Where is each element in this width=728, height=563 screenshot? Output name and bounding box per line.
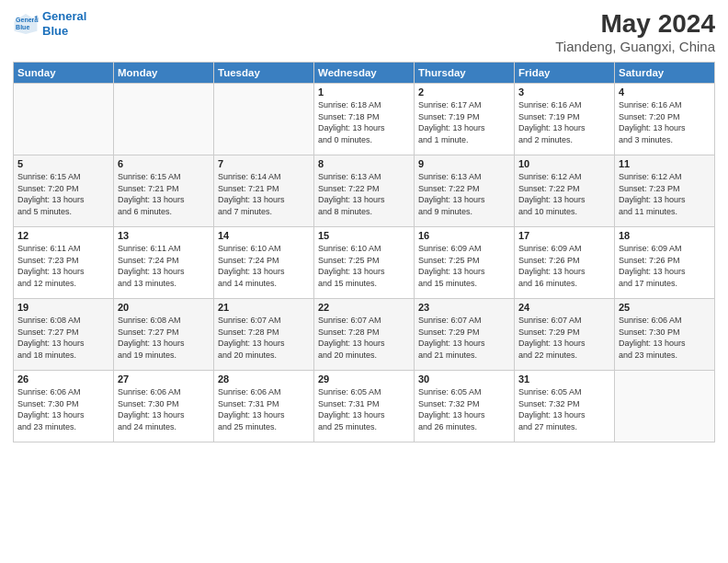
day-number: 19: [17, 302, 109, 313]
calendar-cell: 17Sunrise: 6:09 AM Sunset: 7:26 PM Dayli…: [515, 227, 615, 299]
calendar-cell: 20Sunrise: 6:08 AM Sunset: 7:27 PM Dayli…: [114, 299, 214, 371]
calendar-cell: 19Sunrise: 6:08 AM Sunset: 7:27 PM Dayli…: [14, 299, 114, 371]
calendar-cell: [214, 84, 314, 155]
calendar-cell: 10Sunrise: 6:12 AM Sunset: 7:22 PM Dayli…: [515, 155, 615, 227]
day-number: 3: [518, 86, 610, 98]
day-number: 8: [318, 158, 410, 169]
calendar-cell: [14, 84, 114, 155]
day-detail: Sunrise: 6:13 AM Sunset: 7:22 PM Dayligh…: [318, 172, 385, 216]
day-detail: Sunrise: 6:13 AM Sunset: 7:22 PM Dayligh…: [418, 172, 485, 216]
day-detail: Sunrise: 6:09 AM Sunset: 7:25 PM Dayligh…: [418, 244, 485, 288]
calendar-cell: 16Sunrise: 6:09 AM Sunset: 7:25 PM Dayli…: [415, 227, 515, 299]
calendar-cell: 5Sunrise: 6:15 AM Sunset: 7:20 PM Daylig…: [14, 155, 114, 227]
calendar-week-5: 26Sunrise: 6:06 AM Sunset: 7:30 PM Dayli…: [14, 371, 715, 442]
calendar-week-3: 12Sunrise: 6:11 AM Sunset: 7:23 PM Dayli…: [14, 227, 715, 299]
day-detail: Sunrise: 6:10 AM Sunset: 7:24 PM Dayligh…: [218, 244, 285, 288]
day-number: 11: [619, 158, 711, 169]
day-number: 24: [518, 302, 610, 313]
day-detail: Sunrise: 6:05 AM Sunset: 7:32 PM Dayligh…: [518, 387, 586, 431]
day-detail: Sunrise: 6:12 AM Sunset: 7:23 PM Dayligh…: [619, 172, 686, 216]
day-number: 23: [418, 302, 510, 313]
calendar-cell: 30Sunrise: 6:05 AM Sunset: 7:32 PM Dayli…: [415, 371, 515, 442]
day-detail: Sunrise: 6:15 AM Sunset: 7:20 PM Dayligh…: [17, 172, 85, 216]
calendar-cell: 29Sunrise: 6:05 AM Sunset: 7:31 PM Dayli…: [314, 371, 415, 442]
day-number: 25: [619, 302, 711, 313]
day-number: 27: [118, 373, 210, 385]
calendar-week-1: 1Sunrise: 6:18 AM Sunset: 7:18 PM Daylig…: [14, 84, 715, 155]
calendar-cell: 6Sunrise: 6:15 AM Sunset: 7:21 PM Daylig…: [114, 155, 214, 227]
day-detail: Sunrise: 6:16 AM Sunset: 7:20 PM Dayligh…: [619, 100, 686, 144]
day-detail: Sunrise: 6:08 AM Sunset: 7:27 PM Dayligh…: [118, 316, 185, 360]
day-detail: Sunrise: 6:18 AM Sunset: 7:18 PM Dayligh…: [318, 100, 385, 144]
day-detail: Sunrise: 6:11 AM Sunset: 7:24 PM Dayligh…: [118, 244, 185, 288]
calendar-header-row: SundayMondayTuesdayWednesdayThursdayFrid…: [14, 63, 715, 84]
calendar-cell: 28Sunrise: 6:06 AM Sunset: 7:31 PM Dayli…: [214, 371, 314, 442]
calendar-cell: 26Sunrise: 6:06 AM Sunset: 7:30 PM Dayli…: [14, 371, 114, 442]
day-number: 13: [118, 230, 210, 241]
day-detail: Sunrise: 6:15 AM Sunset: 7:21 PM Dayligh…: [118, 172, 185, 216]
day-number: 1: [318, 86, 410, 98]
day-number: 31: [518, 373, 610, 385]
day-detail: Sunrise: 6:09 AM Sunset: 7:26 PM Dayligh…: [518, 244, 586, 288]
day-detail: Sunrise: 6:11 AM Sunset: 7:23 PM Dayligh…: [17, 244, 85, 288]
location: Tiandeng, Guangxi, China: [555, 39, 715, 54]
day-number: 7: [218, 158, 310, 169]
calendar-cell: 15Sunrise: 6:10 AM Sunset: 7:25 PM Dayli…: [314, 227, 415, 299]
day-number: 28: [218, 373, 310, 385]
day-number: 15: [318, 230, 410, 241]
calendar-cell: 22Sunrise: 6:07 AM Sunset: 7:28 PM Dayli…: [314, 299, 415, 371]
day-header-wednesday: Wednesday: [314, 63, 415, 84]
day-detail: Sunrise: 6:05 AM Sunset: 7:31 PM Dayligh…: [318, 387, 385, 431]
day-number: 26: [17, 373, 109, 385]
svg-text:Blue: Blue: [16, 24, 29, 30]
day-detail: Sunrise: 6:09 AM Sunset: 7:26 PM Dayligh…: [619, 244, 686, 288]
day-number: 30: [418, 373, 510, 385]
logo: General Blue General Blue: [13, 9, 86, 38]
day-number: 9: [418, 158, 510, 169]
calendar-table: SundayMondayTuesdayWednesdayThursdayFrid…: [13, 62, 715, 442]
day-detail: Sunrise: 6:10 AM Sunset: 7:25 PM Dayligh…: [318, 244, 385, 288]
day-number: 4: [619, 86, 711, 98]
day-number: 10: [518, 158, 610, 169]
calendar-cell: 14Sunrise: 6:10 AM Sunset: 7:24 PM Dayli…: [214, 227, 314, 299]
day-header-sunday: Sunday: [14, 63, 114, 84]
day-detail: Sunrise: 6:06 AM Sunset: 7:31 PM Dayligh…: [218, 387, 285, 431]
day-header-friday: Friday: [515, 63, 615, 84]
calendar-cell: 9Sunrise: 6:13 AM Sunset: 7:22 PM Daylig…: [415, 155, 515, 227]
day-header-monday: Monday: [114, 63, 214, 84]
day-number: 20: [118, 302, 210, 313]
day-detail: Sunrise: 6:17 AM Sunset: 7:19 PM Dayligh…: [418, 100, 485, 144]
logo-text: General Blue: [42, 9, 86, 38]
day-number: 16: [418, 230, 510, 241]
day-detail: Sunrise: 6:06 AM Sunset: 7:30 PM Dayligh…: [118, 387, 185, 431]
day-detail: Sunrise: 6:08 AM Sunset: 7:27 PM Dayligh…: [17, 316, 85, 360]
day-header-tuesday: Tuesday: [214, 63, 314, 84]
day-number: 2: [418, 86, 510, 98]
calendar-cell: 3Sunrise: 6:16 AM Sunset: 7:19 PM Daylig…: [515, 84, 615, 155]
calendar-cell: 18Sunrise: 6:09 AM Sunset: 7:26 PM Dayli…: [615, 227, 715, 299]
calendar-cell: 24Sunrise: 6:07 AM Sunset: 7:29 PM Dayli…: [515, 299, 615, 371]
month-year: May 2024: [555, 9, 715, 39]
day-number: 5: [17, 158, 109, 169]
calendar-cell: 25Sunrise: 6:06 AM Sunset: 7:30 PM Dayli…: [615, 299, 715, 371]
calendar-cell: 13Sunrise: 6:11 AM Sunset: 7:24 PM Dayli…: [114, 227, 214, 299]
day-header-saturday: Saturday: [615, 63, 715, 84]
calendar-cell: [114, 84, 214, 155]
day-detail: Sunrise: 6:06 AM Sunset: 7:30 PM Dayligh…: [619, 316, 686, 360]
calendar-cell: 8Sunrise: 6:13 AM Sunset: 7:22 PM Daylig…: [314, 155, 415, 227]
day-number: 21: [218, 302, 310, 313]
day-detail: Sunrise: 6:06 AM Sunset: 7:30 PM Dayligh…: [17, 387, 85, 431]
day-detail: Sunrise: 6:05 AM Sunset: 7:32 PM Dayligh…: [418, 387, 485, 431]
day-number: 17: [518, 230, 610, 241]
calendar-page: General Blue General Blue May 2024 Tiand…: [0, 0, 728, 563]
day-number: 29: [318, 373, 410, 385]
day-number: 14: [218, 230, 310, 241]
calendar-cell: 12Sunrise: 6:11 AM Sunset: 7:23 PM Dayli…: [14, 227, 114, 299]
day-detail: Sunrise: 6:16 AM Sunset: 7:19 PM Dayligh…: [518, 100, 586, 144]
logo-icon: General Blue: [13, 11, 39, 37]
calendar-cell: 21Sunrise: 6:07 AM Sunset: 7:28 PM Dayli…: [214, 299, 314, 371]
day-detail: Sunrise: 6:14 AM Sunset: 7:21 PM Dayligh…: [218, 172, 285, 216]
day-detail: Sunrise: 6:12 AM Sunset: 7:22 PM Dayligh…: [518, 172, 586, 216]
day-detail: Sunrise: 6:07 AM Sunset: 7:28 PM Dayligh…: [318, 316, 385, 360]
title-block: May 2024 Tiandeng, Guangxi, China: [555, 9, 715, 54]
